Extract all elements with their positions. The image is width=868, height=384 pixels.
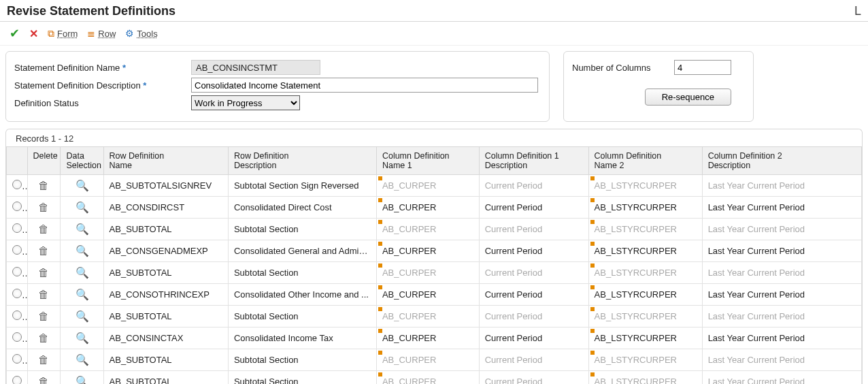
c2d: Last Year Current Period — [708, 333, 805, 343]
desc: Subtotal Section Sign Reversed — [234, 180, 359, 191]
name: AB_SUBTOTAL — [110, 224, 172, 234]
search-icon[interactable]: 🔍 — [76, 332, 89, 344]
col-header-data-selection[interactable]: Data Selection — [61, 147, 103, 175]
gear-icon: ⚙ — [125, 28, 134, 39]
row-select-radio[interactable] — [12, 332, 22, 342]
trash-icon[interactable]: 🗑 — [38, 245, 49, 257]
cols-field[interactable] — [674, 60, 731, 75]
search-icon[interactable]: 🔍 — [76, 354, 89, 366]
c2d: Last Year Current Period — [708, 311, 805, 321]
c2n: AB_LSTYRCURPER — [595, 355, 677, 365]
col-header-c2-name[interactable]: Column Definition Name 2 — [588, 147, 702, 175]
cancel-icon[interactable]: ✕ — [29, 27, 38, 40]
c1n: AB_CURPER — [382, 377, 436, 384]
c2n: AB_LSTYRCURPER — [595, 268, 677, 278]
search-icon[interactable]: 🔍 — [76, 376, 89, 384]
search-icon[interactable]: 🔍 — [76, 223, 89, 235]
tools-menu[interactable]: ⚙ Tools — [125, 28, 157, 39]
desc-field[interactable] — [191, 78, 538, 93]
col-header-c1-desc[interactable]: Column Definition 1 Description — [479, 147, 588, 175]
search-icon[interactable]: 🔍 — [76, 202, 89, 213]
table-row[interactable]: 🗑🔍AB_SUBTOTALSubtotal SectionAB_CURPERCu… — [7, 371, 862, 385]
desc: Consolidated Direct Cost — [234, 202, 332, 212]
cols-label: Number of Columns — [572, 63, 674, 73]
name: AB_CONSGENADMEXP — [110, 246, 208, 256]
trash-icon[interactable]: 🗑 — [38, 180, 49, 191]
row-select-radio[interactable] — [12, 267, 22, 276]
search-icon[interactable]: 🔍 — [76, 289, 89, 300]
row-select-radio[interactable] — [12, 310, 22, 320]
c2d: Last Year Current Period — [708, 180, 805, 191]
desc: Consolidated General and Admin ... — [234, 246, 373, 256]
table-row[interactable]: 🗑🔍AB_SUBTOTALSubtotal SectionAB_CURPERCu… — [7, 306, 862, 327]
trash-icon[interactable]: 🗑 — [38, 354, 49, 366]
desc: Subtotal Section — [234, 355, 299, 365]
table-row[interactable]: 🗑🔍AB_CONSDIRCSTConsolidated Direct CostA… — [7, 197, 862, 219]
form-menu[interactable]: ⧉ Form — [48, 28, 78, 39]
ok-icon[interactable]: ✔ — [10, 26, 20, 41]
c2d: Last Year Current Period — [708, 202, 805, 212]
table-row[interactable]: 🗑🔍AB_SUBTOTALSubtotal SectionAB_CURPERCu… — [7, 262, 862, 284]
c1d: Current Period — [485, 224, 543, 234]
trash-icon[interactable]: 🗑 — [38, 332, 49, 344]
row-menu[interactable]: ≣ Row — [87, 28, 116, 39]
col-header-delete[interactable]: Delete — [27, 147, 61, 175]
c1n: AB_CURPER — [382, 224, 436, 234]
row-select-radio[interactable] — [12, 289, 22, 298]
table-row[interactable]: 🗑🔍AB_CONSGENADMEXPConsolidated General a… — [7, 240, 862, 262]
table-row[interactable]: 🗑🔍AB_SUBTOTALSubtotal SectionAB_CURPERCu… — [7, 349, 862, 371]
col-header-row-name[interactable]: Row Definition Name — [103, 147, 228, 175]
c1n: AB_CURPER — [382, 268, 436, 278]
desc: Consolidated Other Income and ... — [234, 289, 369, 300]
row-select-radio[interactable] — [12, 180, 22, 189]
col-header-c2-desc[interactable]: Column Definition 2 Description — [702, 147, 861, 175]
row-select-radio[interactable] — [12, 202, 22, 211]
c2d: Last Year Current Period — [708, 355, 805, 365]
search-icon[interactable]: 🔍 — [76, 245, 89, 257]
name: AB_SUBTOTALSIGNREV — [110, 180, 212, 191]
name-label: Statement Definition Name — [14, 63, 191, 73]
table-row[interactable]: 🗑🔍AB_SUBTOTALSIGNREVSubtotal Section Sig… — [7, 175, 862, 197]
status-select[interactable]: Work in Progress — [191, 95, 300, 110]
c1d: Current Period — [485, 289, 543, 300]
name: AB_CONSOTHRINCEXP — [110, 289, 210, 300]
name: AB_SUBTOTAL — [110, 311, 172, 321]
trash-icon[interactable]: 🗑 — [38, 267, 49, 278]
trash-icon[interactable]: 🗑 — [38, 376, 49, 385]
col-header-row-desc[interactable]: Row Definition Description — [228, 147, 376, 175]
c1n: AB_CURPER — [382, 180, 436, 191]
col-header-select[interactable] — [7, 147, 28, 175]
row-select-radio[interactable] — [12, 223, 22, 233]
row-select-radio[interactable] — [12, 376, 22, 384]
desc: Consolidated Income Tax — [234, 333, 333, 343]
table-row[interactable]: 🗑🔍AB_CONSINCTAXConsolidated Income TaxAB… — [7, 327, 862, 349]
search-icon[interactable]: 🔍 — [76, 180, 89, 191]
table-row[interactable]: 🗑🔍AB_CONSOTHRINCEXPConsolidated Other In… — [7, 284, 862, 306]
trash-icon[interactable]: 🗑 — [38, 310, 49, 322]
status-label: Definition Status — [14, 98, 191, 108]
row-select-radio[interactable] — [12, 354, 22, 364]
trash-icon[interactable]: 🗑 — [38, 202, 49, 213]
desc: Subtotal Section — [234, 311, 299, 321]
desc: Subtotal Section — [234, 268, 299, 278]
name: AB_CONSDIRCST — [110, 202, 185, 212]
table-row[interactable]: 🗑🔍AB_SUBTOTALSubtotal SectionAB_CURPERCu… — [7, 219, 862, 240]
trash-icon[interactable]: 🗑 — [38, 289, 49, 300]
tools-menu-label: Tools — [137, 29, 157, 39]
c2n: AB_LSTYRCURPER — [595, 246, 677, 256]
c2d: Last Year Current Period — [708, 377, 805, 384]
search-icon[interactable]: 🔍 — [76, 267, 89, 278]
col-header-c1-name[interactable]: Column Definition Name 1 — [376, 147, 479, 175]
search-icon[interactable]: 🔍 — [76, 310, 89, 322]
header-right-indicator: L — [854, 4, 861, 18]
c1d: Current Period — [485, 333, 543, 343]
trash-icon[interactable]: 🗑 — [38, 223, 49, 235]
c1d: Current Period — [485, 377, 543, 384]
resequence-button[interactable]: Re-sequence — [645, 89, 731, 106]
c2n: AB_LSTYRCURPER — [595, 224, 677, 234]
desc-label: Statement Definition Description — [14, 80, 191, 91]
c2n: AB_LSTYRCURPER — [595, 180, 677, 191]
row-select-radio[interactable] — [12, 245, 22, 255]
records-count: Records 1 - 12 — [5, 129, 863, 146]
name: AB_SUBTOTAL — [110, 355, 172, 365]
